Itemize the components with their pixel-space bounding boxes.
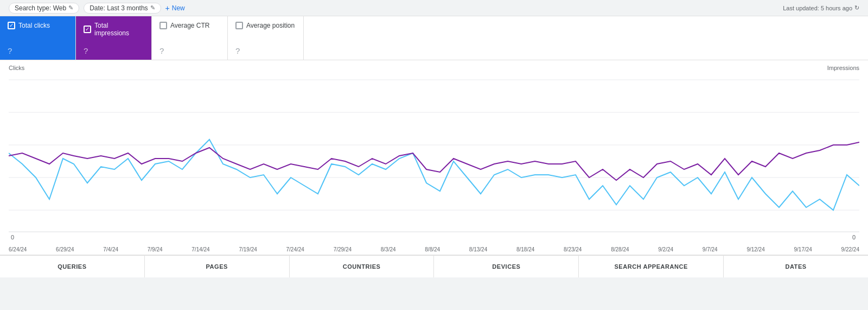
date-label-3: 7/9/24 xyxy=(148,246,163,252)
position-help-icon[interactable]: ? xyxy=(235,46,240,55)
y-axis-left-label: Clicks xyxy=(9,65,24,71)
metric-average-ctr[interactable]: Average CTR ? xyxy=(152,16,228,60)
date-label-13: 8/28/24 xyxy=(611,246,629,252)
date-label-18: 9/22/24 xyxy=(841,246,859,252)
nav-pages[interactable]: PAGES xyxy=(145,256,290,277)
clicks-checkbox[interactable] xyxy=(8,22,15,29)
position-checkbox[interactable] xyxy=(235,22,243,29)
svg-text:0: 0 xyxy=(11,234,14,241)
date-label-6: 7/24/24 xyxy=(286,246,304,252)
chart-dates: 6/24/24 6/29/24 7/4/24 7/9/24 7/14/24 7/… xyxy=(0,244,868,255)
metric-ctr-top: Average CTR xyxy=(159,22,220,29)
plus-icon: + xyxy=(165,4,170,12)
nav-dates[interactable]: DATES xyxy=(724,256,868,277)
impressions-label: Total impressions xyxy=(94,22,144,37)
date-label-2: 7/4/24 xyxy=(103,246,118,252)
refresh-icon[interactable]: ↻ xyxy=(854,4,859,11)
top-bar-left: Search type: Web ✎ Date: Last 3 months ✎… xyxy=(9,3,185,14)
metric-position-top: Average position xyxy=(235,22,296,29)
nav-search-appearance[interactable]: SEARCH APPEARANCE xyxy=(579,256,724,277)
position-label: Average position xyxy=(246,22,295,29)
date-label-14: 9/2/24 xyxy=(658,246,673,252)
date-label-17: 9/17/24 xyxy=(794,246,812,252)
ctr-checkbox[interactable] xyxy=(159,22,167,29)
metric-impressions-top: Total impressions xyxy=(84,22,144,37)
date-label-11: 8/18/24 xyxy=(516,246,534,252)
search-type-edit-icon: ✎ xyxy=(68,4,73,11)
last-updated: Last updated: 5 hours ago ↻ xyxy=(783,4,859,11)
last-updated-text: Last updated: 5 hours ago xyxy=(783,5,852,11)
new-button[interactable]: + New xyxy=(165,4,185,12)
date-label-9: 8/8/24 xyxy=(425,246,440,252)
y-axis-right-label: Impressions xyxy=(827,65,859,71)
date-label: Date: Last 3 months xyxy=(90,4,148,12)
metric-total-clicks[interactable]: Total clicks ? xyxy=(0,16,76,60)
chart-container: Clicks Impressions 0 0 6/24/24 6/29/24 7… xyxy=(0,60,868,255)
chart-svg: 0 0 xyxy=(9,69,859,243)
search-type-label: Search type: Web xyxy=(15,4,66,12)
nav-countries[interactable]: COUNTRIES xyxy=(290,256,435,277)
nav-devices[interactable]: DEVICES xyxy=(434,256,579,277)
chart-svg-wrapper: 0 0 xyxy=(0,69,868,244)
top-bar: Search type: Web ✎ Date: Last 3 months ✎… xyxy=(0,0,868,16)
date-label-12: 8/23/24 xyxy=(564,246,582,252)
date-label-15: 9/7/24 xyxy=(703,246,718,252)
impressions-help-icon[interactable]: ? xyxy=(84,46,88,55)
metrics-row: Total clicks ? Total impressions ? Avera… xyxy=(0,16,868,60)
metric-average-position[interactable]: Average position ? xyxy=(228,16,304,60)
metric-clicks-top: Total clicks xyxy=(8,22,68,29)
new-button-label: New xyxy=(172,4,185,12)
date-label-10: 8/13/24 xyxy=(469,246,487,252)
search-type-filter[interactable]: Search type: Web ✎ xyxy=(9,3,79,14)
svg-text:0: 0 xyxy=(852,234,856,241)
date-label-16: 9/12/24 xyxy=(746,246,764,252)
metric-total-impressions[interactable]: Total impressions ? xyxy=(76,16,152,60)
nav-queries[interactable]: QUERIES xyxy=(0,256,145,277)
clicks-label: Total clicks xyxy=(18,22,50,29)
bottom-nav: QUERIES PAGES COUNTRIES DEVICES SEARCH A… xyxy=(0,255,868,277)
date-label-4: 7/14/24 xyxy=(192,246,209,252)
date-label-1: 6/29/24 xyxy=(56,246,74,252)
date-label-8: 8/3/24 xyxy=(381,246,396,252)
date-edit-icon: ✎ xyxy=(150,4,155,11)
impressions-checkbox[interactable] xyxy=(84,26,91,33)
date-label-0: 6/24/24 xyxy=(9,246,27,252)
date-label-7: 7/29/24 xyxy=(334,246,352,252)
date-filter[interactable]: Date: Last 3 months ✎ xyxy=(84,3,161,14)
ctr-label: Average CTR xyxy=(170,22,209,29)
clicks-help-icon[interactable]: ? xyxy=(8,46,12,55)
ctr-help-icon[interactable]: ? xyxy=(159,46,164,55)
date-label-5: 7/19/24 xyxy=(239,246,257,252)
